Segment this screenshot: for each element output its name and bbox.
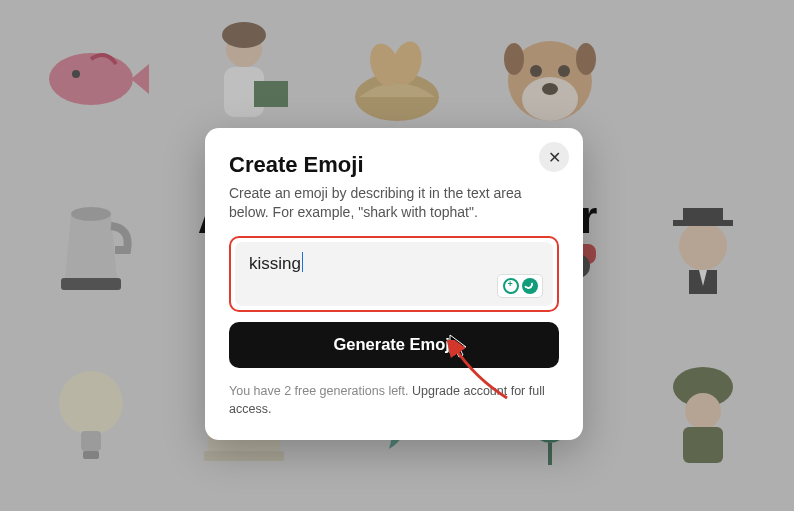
quota-text: You have 2 free generations left. (229, 384, 412, 398)
generate-emoji-button[interactable]: Generate Emoji (229, 322, 559, 368)
prompt-input[interactable]: kissing + (235, 242, 553, 306)
close-button[interactable]: ✕ (539, 142, 569, 172)
prompt-input-highlight: kissing + (229, 236, 559, 312)
close-icon: ✕ (548, 148, 561, 167)
quota-message: You have 2 free generations left. Upgrad… (229, 382, 559, 418)
prompt-input-text: kissing (249, 254, 301, 273)
modal-title: Create Emoji (229, 152, 559, 178)
grammarly-icon[interactable]: + (497, 274, 543, 298)
modal-description: Create an emoji by describing it in the … (229, 184, 559, 222)
text-caret (302, 252, 303, 272)
create-emoji-modal: ✕ Create Emoji Create an emoji by descri… (205, 128, 583, 440)
